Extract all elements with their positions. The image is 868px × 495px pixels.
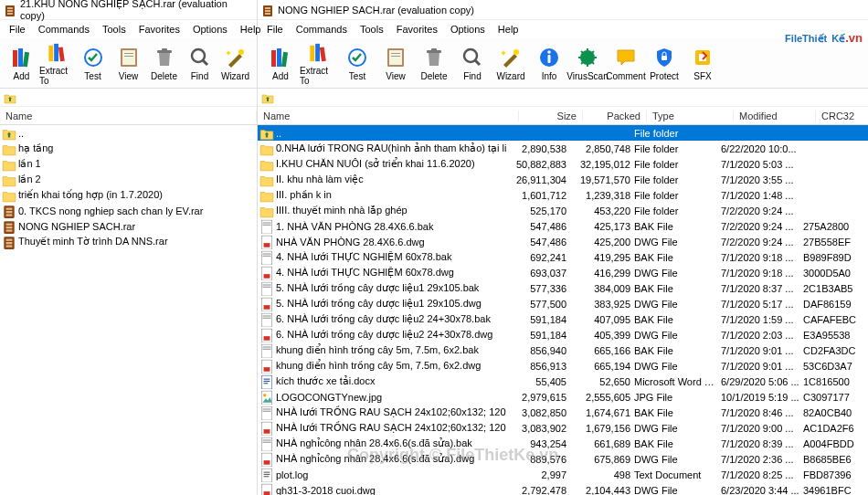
- list-item[interactable]: Thuyết minh Tờ trình DA NNS.rar: [0, 234, 257, 249]
- menu-tools[interactable]: Tools: [355, 22, 389, 37]
- list-item[interactable]: NHÀ nghỉcông nhân 28.4x6.6(s.đã sửa).dwg…: [258, 451, 868, 467]
- file-type: BAK File: [634, 345, 721, 356]
- extract-button[interactable]: Extract To: [300, 40, 338, 86]
- col-crc[interactable]: CRC32: [816, 111, 868, 121]
- file-size: 547,486: [506, 237, 570, 248]
- test-button[interactable]: Test: [338, 40, 376, 86]
- protect-button[interactable]: Protect: [645, 40, 683, 86]
- menu-file[interactable]: File: [261, 22, 289, 37]
- file-modified: 7/1/2020 1:48 ...: [721, 190, 803, 201]
- pathbar-right[interactable]: [258, 89, 868, 107]
- list-item[interactable]: NHÀ VĂN PHÒNG 28.4X6.6.dwg 547,486 425,2…: [258, 234, 868, 249]
- list-item[interactable]: kích thước xe tải.docx 55,405 52,650 Mic…: [258, 374, 868, 389]
- col-name[interactable]: Name: [0, 111, 257, 121]
- menu-help[interactable]: Help: [492, 22, 524, 37]
- file-name: plot.log: [259, 468, 506, 482]
- list-item[interactable]: 5. NHÀ lưới trồng cây dược liệu1 29x105.…: [258, 280, 868, 296]
- file-packed: 1,239,318: [570, 190, 634, 201]
- list-item[interactable]: 4. NHÀ lưới THỰC NGHIỆM 60x78.bak 692,24…: [258, 249, 868, 265]
- list-item[interactable]: 0. TKCS nong nghiep sach chan ly EV.rar: [0, 203, 257, 218]
- wizard-button[interactable]: Wizard: [217, 40, 253, 86]
- list-item[interactable]: NHÀ lưới TRỒNG RAU SẠCH 24x102;60x132; 1…: [258, 420, 868, 436]
- info-button[interactable]: Info: [530, 40, 568, 86]
- menu-options[interactable]: Options: [187, 22, 233, 37]
- file-name: khung điển hình trồng cây 5m, 7.5m, 6x2.…: [259, 359, 506, 374]
- list-item[interactable]: NHÀ lưới TRỒNG RAU SẠCH 24x102;60x132; 1…: [258, 405, 868, 420]
- list-item[interactable]: 0.NHA lưới TRONG RAU(hình ảnh tham khảo)…: [258, 141, 868, 156]
- find-button[interactable]: Find: [182, 40, 217, 86]
- list-item[interactable]: plot.log 2,997 498 Text Document 7/1/202…: [258, 467, 868, 482]
- list-item[interactable]: 5. NHÀ lưới trồng cây dược liệu1 29x105.…: [258, 296, 868, 311]
- file-crc: 53C6D3A7: [803, 361, 867, 372]
- list-item[interactable]: NHÀ nghỉcông nhân 28.4x6.6(s.đã sửa).bak…: [258, 436, 868, 451]
- menu-file[interactable]: File: [4, 22, 31, 37]
- add-button[interactable]: Add: [261, 40, 300, 86]
- wizard-button[interactable]: Wizard: [492, 40, 530, 86]
- list-item[interactable]: 4. NHÀ lưới THỰC NGHIỆM 60x78.dwg 693,03…: [258, 265, 868, 280]
- up-icon: [261, 91, 274, 104]
- file-packed: 419,295: [570, 252, 634, 263]
- add-button[interactable]: Add: [4, 40, 39, 86]
- file-type: DWG File: [634, 423, 721, 434]
- col-modified[interactable]: Modified: [734, 111, 816, 121]
- pathbar-left[interactable]: [0, 89, 257, 107]
- file-type: BAK File: [634, 252, 721, 263]
- col-packed[interactable]: Packed: [583, 111, 647, 121]
- delete-button[interactable]: Delete: [415, 40, 453, 86]
- list-item[interactable]: lần 1: [0, 156, 257, 172]
- test-button[interactable]: Test: [75, 40, 111, 86]
- list-item[interactable]: khung điển hình trồng cây 5m, 7.5m, 6x2.…: [258, 358, 868, 374]
- file-name: triển khai tổng hợp (in 1.7.2020): [18, 189, 255, 201]
- button-label: View: [119, 71, 139, 81]
- list-item[interactable]: 1. NHÀ VĂN PHÒNG 28.4X6.6.bak 547,486 42…: [258, 218, 868, 234]
- col-type[interactable]: Type: [647, 111, 734, 121]
- virus-button[interactable]: VirusScan: [568, 40, 607, 86]
- delete-button[interactable]: Delete: [146, 40, 182, 86]
- list-item[interactable]: ..: [0, 125, 257, 141]
- list-item[interactable]: 6. NHÀ lưới trồng cây dược liệu2 24+30x7…: [258, 327, 868, 342]
- menu-options[interactable]: Options: [445, 22, 491, 37]
- file-size: 591,184: [506, 314, 570, 325]
- list-item[interactable]: LOGOCONGTYnew.jpg 2,979,615 2,555,605 JP…: [258, 389, 868, 405]
- list-item[interactable]: khung điển hình trồng cây 5m, 7.5m, 6x2.…: [258, 342, 868, 358]
- view-button[interactable]: View: [111, 40, 146, 86]
- list-item[interactable]: IIII. thuyết minh nhà lắp ghép 525,170 4…: [258, 203, 868, 218]
- list-item[interactable]: 6. NHÀ lưới trồng cây dược liệu2 24+30x7…: [258, 311, 868, 327]
- list-item[interactable]: NONG NGHIEP SACH.rar: [0, 218, 257, 234]
- file-size: 547,486: [506, 221, 570, 232]
- menu-tools[interactable]: Tools: [97, 22, 132, 37]
- file-name: 4. NHÀ lưới THỰC NGHIỆM 60x78.dwg: [259, 266, 506, 280]
- toolbar-left: AddExtract ToTestViewDeleteFindWizard: [0, 38, 257, 89]
- col-size[interactable]: Size: [519, 111, 583, 121]
- menu-commands[interactable]: Commands: [291, 22, 353, 37]
- left-pane: 21.KHU NÔNG NGHIỆP SẠCH.rar (evaluation …: [0, 0, 258, 495]
- list-item[interactable]: lần 2: [0, 172, 257, 187]
- file-packed: 2,104,443: [570, 485, 634, 496]
- comment-button[interactable]: Comment: [607, 40, 645, 86]
- file-crc: A004FBDD: [803, 438, 867, 449]
- view-button[interactable]: View: [376, 40, 415, 86]
- file-modified: 7/1/2020 8:39 ...: [721, 438, 803, 449]
- menu-favorites[interactable]: Favorites: [391, 22, 443, 37]
- menu-favorites[interactable]: Favorites: [133, 22, 185, 37]
- list-item[interactable]: qh31-3-2018 cuoi.dwg 2,792,478 2,104,443…: [258, 482, 868, 495]
- extract-button[interactable]: Extract To: [39, 40, 75, 86]
- file-type: DWG File: [634, 361, 721, 372]
- button-label: Wizard: [496, 71, 524, 81]
- list-item[interactable]: I.KHU CHĂN NUÔI (sở triển khai 11.6.2020…: [258, 156, 868, 172]
- list-item[interactable]: III. phần k in 1,601,712 1,239,318 File …: [258, 187, 868, 203]
- sfx-button[interactable]: SFX: [683, 40, 722, 86]
- file-type: DWG File: [634, 299, 721, 310]
- file-name: 5. NHÀ lưới trồng cây dược liệu1 29x105.…: [259, 281, 506, 296]
- find-button[interactable]: Find: [453, 40, 492, 86]
- list-item[interactable]: II. khu nhà làm việc 26,911,304 19,571,5…: [258, 172, 868, 187]
- file-size: 3,083,902: [506, 423, 570, 434]
- file-name: 6. NHÀ lưới trồng cây dược liệu2 24+30x7…: [259, 328, 506, 342]
- list-item[interactable]: hạ tầng: [0, 141, 257, 156]
- file-packed: 661,689: [570, 438, 634, 449]
- col-name[interactable]: Name: [258, 111, 519, 121]
- list-item[interactable]: .. File folder: [258, 125, 868, 141]
- menu-commands[interactable]: Commands: [33, 22, 95, 37]
- button-label: VirusScan: [566, 71, 608, 81]
- list-item[interactable]: triển khai tổng hợp (in 1.7.2020): [0, 187, 257, 203]
